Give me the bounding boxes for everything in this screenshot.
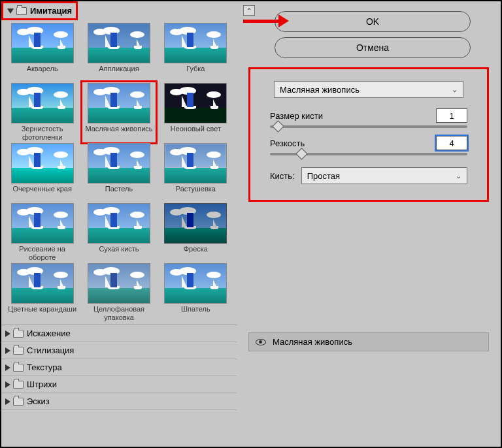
category-label: Искажение xyxy=(27,328,71,338)
folder-icon xyxy=(13,381,24,389)
filter-settings-panel: ⌃ OK Отмена Масляная живопись ⌄ Размер к… xyxy=(237,1,501,447)
filter-thumb-9[interactable]: Рисование на обороте xyxy=(7,203,78,262)
chevron-right-icon xyxy=(5,364,10,371)
category-label: Штрихи xyxy=(27,379,57,389)
sharpness-label: Резкость xyxy=(270,138,305,148)
brush-size-slider[interactable] xyxy=(270,125,467,128)
ok-button[interactable]: OK xyxy=(275,11,471,32)
chevron-right-icon xyxy=(5,330,10,337)
filter-thumb-label: Зернистость фотопленки xyxy=(7,125,78,142)
category-header-collapsed-3[interactable]: Штрихи xyxy=(1,376,237,393)
category-header-collapsed-0[interactable]: Искажение xyxy=(1,325,237,342)
cancel-button[interactable]: Отмена xyxy=(275,37,471,58)
filter-thumb-8[interactable]: Растушевка xyxy=(160,143,231,202)
filter-thumb-label: Пастель xyxy=(105,185,133,202)
filter-select-value: Масляная живопись xyxy=(280,85,360,95)
brush-type-label: Кисть: xyxy=(270,171,295,181)
brush-type-value: Простая xyxy=(307,171,340,181)
filter-thumb-5[interactable]: Неоновый свет xyxy=(160,83,231,142)
effect-layer-row[interactable]: Масляная живопись xyxy=(249,333,488,351)
collapsed-categories: Искажение Стилизация Текстура Штрихи Эск… xyxy=(1,325,237,410)
brush-size-input[interactable] xyxy=(436,108,467,123)
category-header-collapsed-1[interactable]: Стилизация xyxy=(1,342,237,359)
folder-icon xyxy=(13,364,24,372)
folder-icon xyxy=(13,330,24,338)
chevron-right-icon xyxy=(5,381,10,388)
filter-thumb-2[interactable]: Губка xyxy=(160,23,231,82)
filter-thumb-label: Цветные карандаши xyxy=(8,305,76,322)
filter-thumb-12[interactable]: Цветные карандаши xyxy=(7,263,78,322)
visibility-eye-icon[interactable] xyxy=(256,339,266,345)
chevron-right-icon xyxy=(5,347,10,354)
filter-select-dropdown[interactable]: Масляная живопись ⌄ xyxy=(274,81,463,98)
category-label: Стилизация xyxy=(27,345,74,355)
filter-thumb-3[interactable]: Зернистость фотопленки xyxy=(7,83,78,142)
filter-thumb-10[interactable]: Сухая кисть xyxy=(83,203,154,262)
filter-thumb-label: Неоновый свет xyxy=(171,125,221,142)
category-header-imitation[interactable]: Имитация xyxy=(1,1,78,20)
sharpness-input[interactable] xyxy=(436,136,467,150)
filter-thumb-label: Целлофановая упаковка xyxy=(83,305,154,322)
filter-thumb-4[interactable]: Масляная живопись xyxy=(83,83,154,142)
filter-thumb-label: Масляная живопись xyxy=(85,125,152,142)
filter-thumb-label: Рисование на обороте xyxy=(7,245,78,262)
category-header-collapsed-4[interactable]: Эскиз xyxy=(1,393,237,410)
filter-thumb-label: Сухая кисть xyxy=(99,245,139,262)
filter-thumb-label: Растушевка xyxy=(176,185,216,202)
effect-layer-name: Масляная живопись xyxy=(273,337,352,347)
chevron-down-icon xyxy=(7,8,14,14)
filter-thumb-label: Акварель xyxy=(27,65,58,82)
filter-thumb-6[interactable]: Очерченные края xyxy=(7,143,78,202)
filter-thumb-1[interactable]: Аппликация xyxy=(83,23,154,82)
folder-icon xyxy=(16,7,27,15)
filter-thumb-7[interactable]: Пастель xyxy=(83,143,154,202)
chevron-right-icon xyxy=(5,398,10,405)
category-label: Имитация xyxy=(30,6,72,16)
chevron-down-icon: ⌄ xyxy=(456,172,461,180)
effect-layers-panel: Масляная живопись xyxy=(248,332,489,351)
filter-thumb-11[interactable]: Фреска xyxy=(160,203,231,262)
filter-thumb-label: Аппликация xyxy=(99,65,139,82)
filter-thumb-label: Фреска xyxy=(184,245,208,262)
folder-icon xyxy=(13,398,24,406)
brush-type-select[interactable]: Простая ⌄ xyxy=(301,167,467,184)
filter-settings-box: Масляная живопись ⌄ Размер кисти Резкост… xyxy=(248,67,489,202)
red-arrow-annotation xyxy=(243,14,289,27)
filter-thumb-0[interactable]: Акварель xyxy=(7,23,78,82)
brush-size-label: Размер кисти xyxy=(270,111,323,121)
category-header-collapsed-2[interactable]: Текстура xyxy=(1,359,237,376)
category-label: Эскиз xyxy=(27,396,50,406)
sharpness-slider[interactable] xyxy=(270,153,467,155)
filter-thumb-13[interactable]: Целлофановая упаковка xyxy=(83,263,154,322)
filter-thumb-label: Шпатель xyxy=(181,305,210,322)
folder-icon xyxy=(13,347,24,355)
filter-thumb-14[interactable]: Шпатель xyxy=(160,263,231,322)
chevron-down-icon: ⌄ xyxy=(452,86,458,94)
filter-gallery-panel: Имитация Акварель Аппликация Губка xyxy=(1,1,237,447)
category-label: Текстура xyxy=(27,362,62,372)
filter-thumb-label: Очерченные края xyxy=(12,185,71,202)
filter-thumbnails-grid: Акварель Аппликация Губка Зернистость фо… xyxy=(1,20,237,325)
filter-thumb-label: Губка xyxy=(186,65,205,82)
